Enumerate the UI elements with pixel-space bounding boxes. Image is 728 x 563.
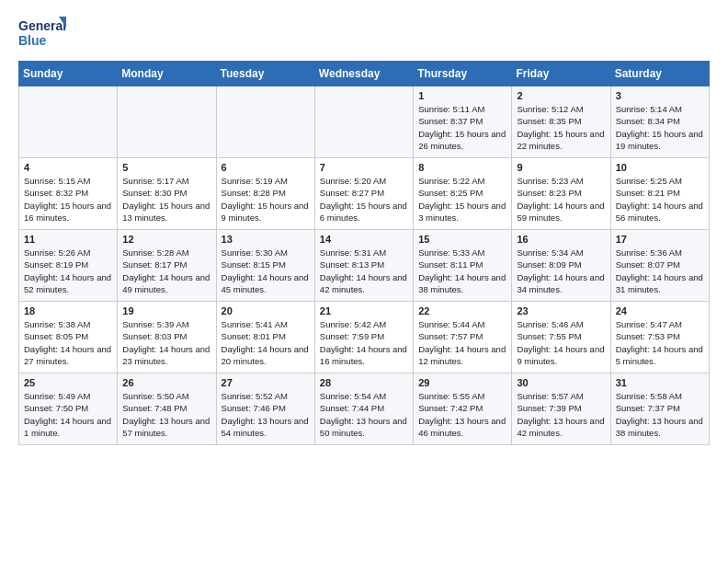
cell-content: Sunrise: 5:19 AMSunset: 8:28 PMDaylight:… (222, 176, 309, 223)
calendar-cell: 11Sunrise: 5:26 AMSunset: 8:19 PMDayligh… (19, 230, 118, 302)
day-number: 12 (122, 234, 210, 245)
cell-content: Sunrise: 5:28 AMSunset: 8:17 PMDaylight:… (122, 247, 210, 294)
calendar-cell: 22Sunrise: 5:44 AMSunset: 7:57 PMDayligh… (414, 302, 512, 373)
calendar-cell: 18Sunrise: 5:38 AMSunset: 8:05 PMDayligh… (19, 302, 118, 373)
week-row-5: 25Sunrise: 5:49 AMSunset: 7:50 PMDayligh… (19, 373, 710, 445)
day-number: 6 (222, 162, 310, 173)
calendar-cell: 15Sunrise: 5:33 AMSunset: 8:11 PMDayligh… (414, 230, 512, 302)
day-number: 15 (418, 234, 506, 245)
col-header-tuesday: Tuesday (216, 62, 314, 86)
day-number: 26 (122, 377, 210, 388)
cell-content: Sunrise: 5:17 AMSunset: 8:30 PMDaylight:… (122, 176, 210, 223)
day-number: 13 (222, 234, 310, 245)
day-number: 1 (418, 90, 506, 101)
day-number: 10 (616, 162, 704, 173)
week-row-1: 1Sunrise: 5:11 AMSunset: 8:37 PMDaylight… (19, 86, 710, 158)
cell-content: Sunrise: 5:15 AMSunset: 8:32 PMDaylight:… (24, 176, 111, 223)
day-number: 23 (517, 305, 605, 316)
calendar-cell (118, 86, 216, 158)
day-number: 22 (418, 305, 506, 316)
day-number: 14 (320, 234, 408, 245)
calendar-cell (216, 86, 314, 158)
day-number: 30 (517, 377, 605, 388)
cell-content: Sunrise: 5:34 AMSunset: 8:09 PMDaylight:… (517, 247, 604, 294)
day-number: 29 (418, 377, 506, 388)
day-number: 16 (517, 234, 605, 245)
cell-content: Sunrise: 5:39 AMSunset: 8:03 PMDaylight:… (122, 319, 210, 366)
cell-content: Sunrise: 5:49 AMSunset: 7:50 PMDaylight:… (24, 391, 111, 438)
cell-content: Sunrise: 5:50 AMSunset: 7:48 PMDaylight:… (122, 391, 210, 438)
day-number: 21 (320, 305, 408, 316)
cell-content: Sunrise: 5:47 AMSunset: 7:53 PMDaylight:… (616, 319, 703, 366)
cell-content: Sunrise: 5:33 AMSunset: 8:11 PMDaylight:… (418, 247, 506, 294)
calendar-cell: 17Sunrise: 5:36 AMSunset: 8:07 PMDayligh… (610, 230, 709, 302)
week-row-3: 11Sunrise: 5:26 AMSunset: 8:19 PMDayligh… (19, 230, 710, 302)
day-number: 17 (616, 234, 704, 245)
cell-content: Sunrise: 5:23 AMSunset: 8:23 PMDaylight:… (517, 176, 604, 223)
cell-content: Sunrise: 5:57 AMSunset: 7:39 PMDaylight:… (517, 391, 604, 438)
cell-content: Sunrise: 5:20 AMSunset: 8:27 PMDaylight:… (320, 176, 407, 223)
cell-content: Sunrise: 5:25 AMSunset: 8:21 PMDaylight:… (616, 176, 703, 223)
day-number: 24 (616, 305, 704, 316)
calendar-cell: 25Sunrise: 5:49 AMSunset: 7:50 PMDayligh… (19, 373, 118, 445)
day-number: 19 (122, 305, 210, 316)
calendar-cell: 7Sunrise: 5:20 AMSunset: 8:27 PMDaylight… (314, 158, 413, 230)
calendar-table: SundayMondayTuesdayWednesdayThursdayFrid… (18, 61, 710, 445)
cell-content: Sunrise: 5:55 AMSunset: 7:42 PMDaylight:… (418, 391, 506, 438)
cell-content: Sunrise: 5:36 AMSunset: 8:07 PMDaylight:… (616, 247, 703, 294)
calendar-cell: 27Sunrise: 5:52 AMSunset: 7:46 PMDayligh… (216, 373, 314, 445)
day-number: 18 (24, 305, 112, 316)
day-number: 8 (418, 162, 506, 173)
calendar-cell: 29Sunrise: 5:55 AMSunset: 7:42 PMDayligh… (414, 373, 512, 445)
cell-content: Sunrise: 5:54 AMSunset: 7:44 PMDaylight:… (320, 391, 407, 438)
day-number: 3 (616, 90, 704, 101)
calendar-cell: 1Sunrise: 5:11 AMSunset: 8:37 PMDaylight… (414, 86, 512, 158)
week-row-2: 4Sunrise: 5:15 AMSunset: 8:32 PMDaylight… (19, 158, 710, 230)
calendar-cell: 21Sunrise: 5:42 AMSunset: 7:59 PMDayligh… (314, 302, 413, 373)
calendar-cell: 12Sunrise: 5:28 AMSunset: 8:17 PMDayligh… (118, 230, 216, 302)
day-number: 31 (616, 377, 704, 388)
col-header-monday: Monday (118, 62, 216, 86)
day-number: 4 (24, 162, 112, 173)
cell-content: Sunrise: 5:12 AMSunset: 8:35 PMDaylight:… (517, 104, 604, 151)
calendar-cell: 5Sunrise: 5:17 AMSunset: 8:30 PMDaylight… (118, 158, 216, 230)
cell-content: Sunrise: 5:38 AMSunset: 8:05 PMDaylight:… (24, 319, 111, 366)
calendar-cell: 8Sunrise: 5:22 AMSunset: 8:25 PMDaylight… (414, 158, 512, 230)
day-number: 20 (222, 305, 310, 316)
day-number: 25 (24, 377, 112, 388)
calendar-cell: 10Sunrise: 5:25 AMSunset: 8:21 PMDayligh… (610, 158, 709, 230)
cell-content: Sunrise: 5:44 AMSunset: 7:57 PMDaylight:… (418, 319, 506, 366)
week-row-4: 18Sunrise: 5:38 AMSunset: 8:05 PMDayligh… (19, 302, 710, 373)
calendar-cell: 14Sunrise: 5:31 AMSunset: 8:13 PMDayligh… (314, 230, 413, 302)
cell-content: Sunrise: 5:30 AMSunset: 8:15 PMDaylight:… (222, 247, 309, 294)
logo: General Blue (18, 15, 66, 52)
cell-content: Sunrise: 5:46 AMSunset: 7:55 PMDaylight:… (517, 319, 604, 366)
calendar-cell: 4Sunrise: 5:15 AMSunset: 8:32 PMDaylight… (19, 158, 118, 230)
cell-content: Sunrise: 5:26 AMSunset: 8:19 PMDaylight:… (24, 247, 111, 294)
calendar-cell: 24Sunrise: 5:47 AMSunset: 7:53 PMDayligh… (610, 302, 709, 373)
page: General Blue SundayMondayTuesdayWednesda… (0, 0, 728, 460)
day-number: 28 (320, 377, 408, 388)
calendar-cell (19, 86, 118, 158)
header: General Blue (18, 15, 710, 52)
col-header-sunday: Sunday (19, 62, 118, 86)
calendar-cell: 9Sunrise: 5:23 AMSunset: 8:23 PMDaylight… (512, 158, 610, 230)
cell-content: Sunrise: 5:58 AMSunset: 7:37 PMDaylight:… (616, 391, 703, 438)
calendar-cell: 19Sunrise: 5:39 AMSunset: 8:03 PMDayligh… (118, 302, 216, 373)
cell-content: Sunrise: 5:14 AMSunset: 8:34 PMDaylight:… (616, 104, 703, 151)
calendar-cell: 3Sunrise: 5:14 AMSunset: 8:34 PMDaylight… (610, 86, 709, 158)
col-header-wednesday: Wednesday (314, 62, 413, 86)
calendar-cell: 30Sunrise: 5:57 AMSunset: 7:39 PMDayligh… (512, 373, 610, 445)
logo-svg: General Blue (18, 15, 66, 52)
day-number: 7 (320, 162, 408, 173)
col-header-thursday: Thursday (414, 62, 512, 86)
calendar-cell: 13Sunrise: 5:30 AMSunset: 8:15 PMDayligh… (216, 230, 314, 302)
day-number: 2 (517, 90, 605, 101)
col-header-saturday: Saturday (610, 62, 709, 86)
day-number: 5 (122, 162, 210, 173)
calendar-cell: 2Sunrise: 5:12 AMSunset: 8:35 PMDaylight… (512, 86, 610, 158)
calendar-cell: 16Sunrise: 5:34 AMSunset: 8:09 PMDayligh… (512, 230, 610, 302)
calendar-cell: 26Sunrise: 5:50 AMSunset: 7:48 PMDayligh… (118, 373, 216, 445)
calendar-cell (314, 86, 413, 158)
calendar-cell: 20Sunrise: 5:41 AMSunset: 8:01 PMDayligh… (216, 302, 314, 373)
